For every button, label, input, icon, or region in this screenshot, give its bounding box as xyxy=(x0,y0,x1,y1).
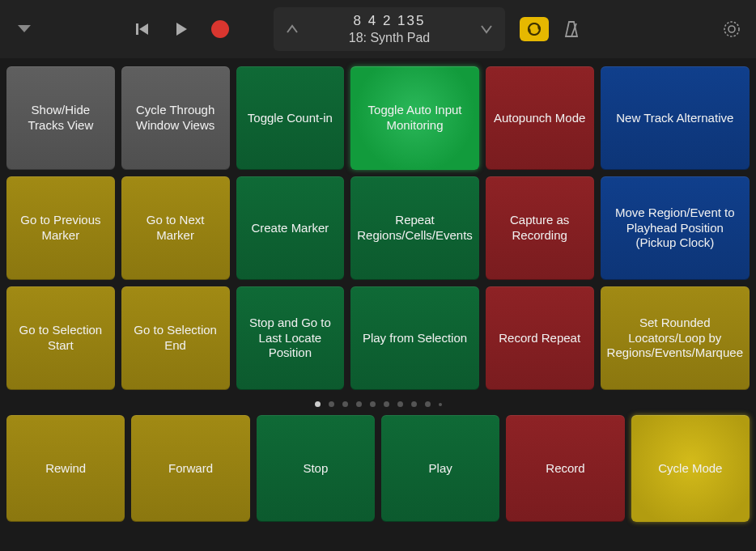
play-button[interactable]: Play xyxy=(381,415,499,522)
toggle-auto-input-monitoring[interactable]: Toggle Auto Input Monitoring xyxy=(350,66,479,170)
settings-gear-icon[interactable] xyxy=(716,19,748,40)
lcd-display: 8 4 2 135 18: Synth Pad xyxy=(274,7,505,51)
move-region-to-playhead[interactable]: Move Region/Event to Playhead Position (… xyxy=(601,176,750,280)
stop-button[interactable]: Stop xyxy=(257,415,375,522)
go-to-previous-marker[interactable]: Go to Previous Marker xyxy=(6,176,115,280)
page-dots[interactable] xyxy=(0,390,756,415)
create-marker[interactable]: Create Marker xyxy=(236,176,345,280)
record-repeat[interactable]: Record Repeat xyxy=(486,286,594,390)
go-to-selection-start[interactable]: Go to Selection Start xyxy=(6,286,115,390)
page-dot[interactable] xyxy=(370,401,376,407)
show-hide-tracks-view[interactable]: Show/Hide Tracks View xyxy=(6,66,115,170)
menu-dropdown-icon[interactable] xyxy=(8,13,40,45)
record-icon[interactable] xyxy=(204,13,236,45)
new-track-alternative[interactable]: New Track Alternative xyxy=(601,66,750,170)
rewind-button[interactable]: Rewind xyxy=(6,415,125,522)
page-dot[interactable] xyxy=(329,401,334,407)
record-button[interactable]: Record xyxy=(506,415,624,522)
toggle-count-in[interactable]: Toggle Count-in xyxy=(236,66,345,170)
go-to-next-marker[interactable]: Go to Next Marker xyxy=(121,176,230,280)
key-command-grid: Show/Hide Tracks ViewCycle Through Windo… xyxy=(0,58,756,390)
autopunch-mode[interactable]: Autopunch Mode xyxy=(486,66,594,170)
forward-button[interactable]: Forward xyxy=(131,415,249,522)
page-dot[interactable] xyxy=(315,401,321,407)
display-next-icon[interactable] xyxy=(476,24,497,34)
set-rounded-locators[interactable]: Set Rounded Locators/Loop by Regions/Eve… xyxy=(601,286,750,390)
svg-point-2 xyxy=(724,22,739,36)
cycle-mode-button[interactable]: Cycle Mode xyxy=(631,415,750,522)
page-dot[interactable] xyxy=(439,403,442,406)
stop-go-to-last-locate[interactable]: Stop and Go to Last Locate Position xyxy=(236,286,345,390)
page-dot[interactable] xyxy=(342,401,348,407)
repeat-regions-cells-events[interactable]: Repeat Regions/Cells/Events xyxy=(350,176,479,280)
skip-back-icon[interactable] xyxy=(126,13,159,45)
page-dot[interactable] xyxy=(384,401,389,407)
metronome-icon[interactable] xyxy=(555,19,588,39)
page-dot[interactable] xyxy=(397,401,403,407)
cycle-toggle-icon[interactable] xyxy=(520,17,549,41)
display-track: 18: Synth Pad xyxy=(303,31,476,45)
page-dot[interactable] xyxy=(425,401,431,407)
play-from-selection[interactable]: Play from Selection xyxy=(350,286,479,390)
capture-as-recording[interactable]: Capture as Recording xyxy=(486,176,594,280)
display-prev-icon[interactable] xyxy=(282,24,303,34)
cycle-through-window-views[interactable]: Cycle Through Window Views xyxy=(121,66,230,170)
transport-row: RewindForwardStopPlayRecordCycle Mode xyxy=(0,415,756,528)
page-dot[interactable] xyxy=(356,401,362,407)
display-center[interactable]: 8 4 2 135 18: Synth Pad xyxy=(303,13,476,45)
svg-rect-0 xyxy=(136,23,138,35)
toolbar: 8 4 2 135 18: Synth Pad xyxy=(0,0,756,58)
page-dot[interactable] xyxy=(411,401,417,407)
svg-point-3 xyxy=(728,26,735,32)
play-icon[interactable] xyxy=(165,13,197,45)
display-position: 8 4 2 135 xyxy=(303,13,476,29)
go-to-selection-end[interactable]: Go to Selection End xyxy=(121,286,230,390)
